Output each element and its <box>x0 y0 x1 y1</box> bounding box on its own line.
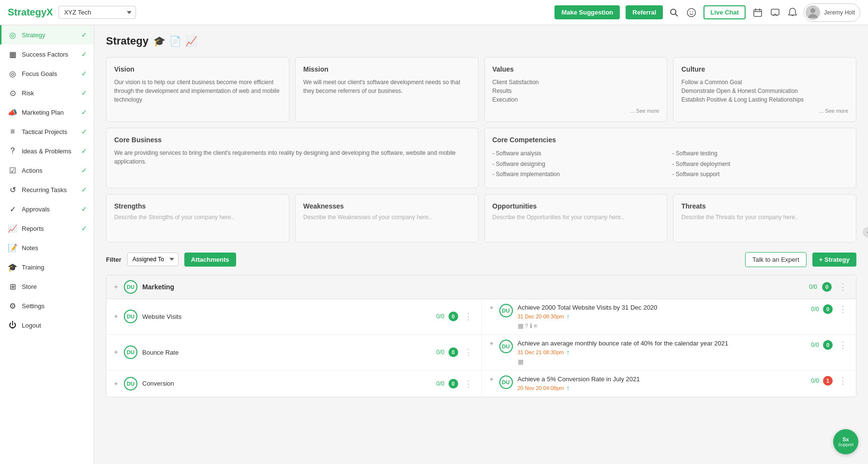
filter-select[interactable]: Assigned To <box>127 253 179 266</box>
sidebar-item-label: Store <box>22 283 87 290</box>
check-icon: ✓ <box>81 128 87 135</box>
goal-more-icon[interactable]: ⋮ <box>837 340 849 350</box>
table-row: ✦ DU Website Visits 0/0 0 ⋮ ✦ DU Achieve… <box>106 299 856 335</box>
culture-card[interactable]: Culture Follow a Common Goal Demonstrate… <box>673 57 856 122</box>
culture-see-more[interactable]: ... See more <box>681 108 848 114</box>
drag-handle-icon[interactable]: ✦ <box>113 313 119 320</box>
document-icon[interactable]: 📄 <box>169 35 181 47</box>
check-icon: ✓ <box>81 166 87 174</box>
sidebar-item-success-factors[interactable]: ▦ Success Factors ✓ <box>0 45 94 64</box>
sidebar-item-notes[interactable]: 📝 Notes <box>0 238 94 257</box>
vision-card[interactable]: Vision Our vision is to help our client … <box>106 57 289 122</box>
drag-handle-icon[interactable]: ✦ <box>489 340 494 347</box>
add-strategy-button[interactable]: + Strategy <box>812 253 856 267</box>
graduation-cap-icon[interactable]: 🎓 <box>153 35 165 47</box>
bar-chart-icon[interactable]: ▦ <box>518 358 524 365</box>
goal-badge: 0 <box>823 340 833 350</box>
row-more-icon[interactable]: ⋮ <box>462 311 475 322</box>
sidebar-item-ideas-problems[interactable]: ? Ideas & Problems ✓ <box>0 141 94 161</box>
group-more-icon[interactable]: ⋮ <box>837 282 849 292</box>
sidebar-item-tactical-projects[interactable]: ≡ Tactical Projects ✓ <box>0 122 94 141</box>
weaknesses-card[interactable]: Weaknesses Describe the Weaknesses of yo… <box>295 194 479 242</box>
goal-count: 0/0 <box>811 377 819 384</box>
row-avatar: DU <box>124 377 137 390</box>
goal-right: 0/0 0 ⋮ <box>811 304 849 314</box>
bar-chart-icon[interactable]: ▦ <box>518 322 524 329</box>
org-selector[interactable]: XYZ Tech <box>59 6 136 19</box>
attachments-button[interactable]: Attachments <box>184 253 236 267</box>
drag-handle-icon[interactable]: ✦ <box>489 304 494 312</box>
sidebar-item-focus-goals[interactable]: ◎ Focus Goals ✓ <box>0 64 94 83</box>
check-icon: ✓ <box>81 186 87 194</box>
core-business-card[interactable]: Core Business We are providing services … <box>106 128 479 188</box>
info-icon[interactable]: ℹ <box>530 322 532 329</box>
search-icon[interactable] <box>669 7 679 18</box>
swot-grid: Strengths Describe the Strengths of your… <box>106 194 856 242</box>
goal-meta: 31 Dec 20 08:30pm ↑ <box>518 313 807 320</box>
goal-date: 31 Dec 20 08:30pm <box>518 314 564 319</box>
question-icon[interactable]: ? <box>525 322 528 329</box>
drag-handle-icon[interactable]: ✦ <box>489 375 494 383</box>
sidebar-item-label: Reports <box>22 225 76 232</box>
sidebar-item-marketing-plan[interactable]: 📣 Marketing Plan ✓ <box>0 103 94 122</box>
values-see-more[interactable]: ... See more <box>493 108 659 114</box>
sidebar-item-strategy[interactable]: ◎ Strategy ✓ <box>0 25 94 45</box>
sidebar-item-risk[interactable]: ⊙ Risk ✓ <box>0 83 94 103</box>
talk-expert-button[interactable]: Talk to an Expert <box>745 252 807 267</box>
vision-title: Vision <box>114 65 281 73</box>
strengths-card[interactable]: Strengths Describe the Strengths of your… <box>106 194 289 242</box>
sidebar-item-logout[interactable]: ⏻ Logout <box>0 315 94 335</box>
drag-handle-icon[interactable]: ✦ <box>113 283 119 291</box>
goal-more-icon[interactable]: ⋮ <box>837 375 849 386</box>
sidebar-item-label: Recurring Tasks <box>22 186 76 194</box>
drag-handle-icon[interactable]: ✦ <box>113 380 119 388</box>
sidebar-item-approvals[interactable]: ✓ Approvals ✓ <box>0 199 94 219</box>
culture-item-3: Establish Positive & Long Lasting Relati… <box>681 95 848 104</box>
main-layout: ◎ Strategy ✓ ▦ Success Factors ✓ ◎ Focus… <box>0 25 868 464</box>
core-competencies-card[interactable]: Core Competencies - Software analysis - … <box>484 128 857 188</box>
row-right: 0/0 0 ⋮ <box>436 347 475 358</box>
check-icon: ✓ <box>81 31 87 39</box>
bell-icon[interactable] <box>787 7 798 18</box>
goal-action-icons: ▦ <box>518 358 807 365</box>
drag-handle-icon[interactable]: ✦ <box>113 348 119 356</box>
support-button[interactable]: Sx Support <box>833 429 858 454</box>
goal-more-icon[interactable]: ⋮ <box>837 304 849 314</box>
approvals-icon: ✓ <box>8 205 17 213</box>
make-suggestion-button[interactable]: Make Suggestion <box>554 5 620 19</box>
goal-title: Achieve 2000 Total Website Visits by 31 … <box>518 304 807 311</box>
goal-avatar: DU <box>499 304 513 317</box>
row-label: Conversion <box>142 380 432 387</box>
threats-card[interactable]: Threats Describe the Threats for your co… <box>673 194 856 242</box>
message-icon[interactable] <box>770 7 780 18</box>
values-card[interactable]: Values Client Satisfaction Results Execu… <box>484 57 668 122</box>
user-area[interactable]: Jeremy Holt <box>804 3 860 22</box>
sidebar-item-store[interactable]: ⊞ Store <box>0 277 94 296</box>
sidebar-item-label: Training <box>22 264 87 271</box>
mission-card[interactable]: Mission We will meet our client's softwa… <box>295 57 479 122</box>
emoji-icon[interactable] <box>686 7 697 18</box>
comp-item-6: - Software support <box>672 169 848 180</box>
core-comp-columns: - Software analysis - Software designing… <box>493 149 849 180</box>
calendar-icon[interactable] <box>752 7 763 18</box>
sidebar-item-settings[interactable]: ⚙ Settings <box>0 296 94 315</box>
sidebar-item-recurring-tasks[interactable]: ↺ Recurring Tasks ✓ <box>0 180 94 199</box>
chart-icon[interactable]: 📈 <box>185 35 197 47</box>
sidebar-item-reports[interactable]: 📈 Reports ✓ <box>0 219 94 238</box>
core-competencies-title: Core Competencies <box>493 136 849 144</box>
sidebar-item-label: Notes <box>22 244 87 252</box>
live-chat-button[interactable]: Live Chat <box>703 5 746 19</box>
list-icon[interactable]: ≡ <box>534 322 538 329</box>
sidebar-item-training[interactable]: 🎓 Training <box>0 257 94 277</box>
sidebar-item-actions[interactable]: ☑ Actions ✓ <box>0 161 94 180</box>
row-more-icon[interactable]: ⋮ <box>462 378 475 389</box>
group-name: Marketing <box>142 283 804 291</box>
referral-button[interactable]: Referral <box>626 5 663 19</box>
tactical-projects-icon: ≡ <box>8 127 17 136</box>
goal-action-icons: ▦ ? ℹ ≡ <box>518 322 807 329</box>
row-more-icon[interactable]: ⋮ <box>462 347 475 358</box>
opportunities-card[interactable]: Opportunities Describe the Opportunities… <box>484 194 668 242</box>
check-icon: ✓ <box>81 205 87 213</box>
goal-row-bounce-rate: ✦ DU Achieve an average monthly bounce r… <box>481 335 856 370</box>
opportunities-placeholder: Describe the Opportunities for your comp… <box>493 214 659 221</box>
